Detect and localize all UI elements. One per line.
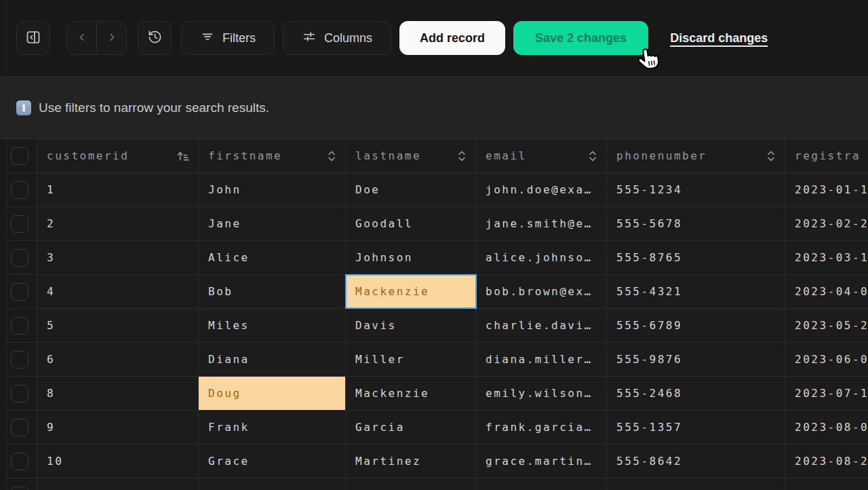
cell-email[interactable]: john.doe@exa… — [476, 173, 607, 206]
add-record-button[interactable]: Add record — [399, 21, 505, 55]
row-checkbox[interactable] — [11, 385, 28, 402]
cell-lastname[interactable]: Doe — [346, 173, 476, 206]
cell-firstname[interactable]: Jane — [199, 207, 346, 240]
cell-phonenumber[interactable]: 555-2468 — [607, 377, 785, 410]
cell-registrationdate[interactable]: 2023-03-1 — [785, 241, 868, 274]
cell-lastname[interactable]: Mackenzie — [346, 377, 476, 410]
cell-firstname[interactable]: Bob — [199, 275, 346, 308]
cell-lastname[interactable] — [346, 478, 476, 490]
cell-phonenumber[interactable]: 555-5678 — [607, 207, 785, 240]
discard-changes-link[interactable]: Discard changes — [670, 31, 768, 45]
cell-customerid[interactable]: 5 — [37, 309, 199, 342]
cell-registrationdate[interactable] — [785, 478, 868, 490]
checkbox-cell — [7, 207, 37, 240]
cell-phonenumber[interactable]: 555-8765 — [607, 241, 785, 274]
row-checkbox[interactable] — [11, 283, 28, 301]
cell-phonenumber[interactable] — [607, 478, 785, 490]
header-cell-phonenumber[interactable]: phonenumber — [607, 139, 785, 172]
cell-firstname[interactable] — [199, 478, 346, 490]
cell-registrationdate[interactable]: 2023-05-2 — [785, 309, 868, 342]
table-row: 5MilesDavischarlie.davi…555-67892023-05-… — [7, 309, 868, 343]
row-checkbox[interactable] — [11, 453, 28, 470]
cell-customerid[interactable]: 9 — [37, 411, 199, 444]
cell-customerid[interactable]: 8 — [37, 377, 199, 410]
row-checkbox[interactable] — [11, 181, 28, 199]
cell-firstname[interactable]: Diana — [199, 343, 346, 376]
cell-phonenumber[interactable]: 555-9876 — [607, 343, 785, 376]
cell-email[interactable]: frank.garcia… — [476, 411, 607, 444]
header-cell-firstname[interactable]: firstname — [199, 139, 346, 172]
row-checkbox[interactable] — [11, 215, 28, 233]
sidebar-toggle-button[interactable] — [16, 21, 50, 55]
cell-lastname[interactable]: Garcia — [346, 411, 476, 444]
cell-registrationdate[interactable]: 2023-07-1 — [785, 377, 868, 410]
cell-lastname[interactable]: Martinez — [346, 445, 476, 478]
history-button[interactable] — [138, 21, 172, 55]
header-cell-customerid[interactable]: customerid — [37, 139, 199, 172]
cell-email[interactable]: diana.miller… — [476, 343, 607, 376]
sort-chevrons-icon[interactable] — [326, 149, 337, 163]
cell-customerid[interactable]: 2 — [37, 207, 199, 240]
cell-firstname[interactable]: Grace — [199, 445, 346, 478]
cell-firstname[interactable]: John — [199, 173, 346, 206]
header-cell-registrationdate[interactable]: registrat — [785, 139, 868, 172]
header-cell-lastname[interactable]: lastname — [346, 139, 476, 172]
nav-back-button[interactable] — [67, 22, 96, 54]
select-all-checkbox[interactable] — [11, 147, 28, 165]
cell-lastname[interactable]: Johnson — [346, 241, 476, 274]
cell-customerid[interactable] — [37, 478, 199, 490]
cell-firstname[interactable]: Alice — [199, 241, 346, 274]
table-header-row: customeridfirstnamelastnameemailphonenum… — [7, 139, 868, 173]
add-record-button-label: Add record — [420, 31, 485, 45]
cell-phonenumber[interactable]: 555-8642 — [607, 445, 785, 478]
cell-email[interactable]: emily.wilson… — [476, 377, 607, 410]
cell-registrationdate[interactable]: 2023-08-0 — [785, 411, 868, 444]
cell-email[interactable]: bob.brown@ex… — [476, 275, 607, 308]
sort-chevrons-icon[interactable] — [766, 149, 776, 163]
cell-phonenumber[interactable]: 555-4321 — [607, 275, 785, 308]
nav-forward-button[interactable] — [97, 22, 126, 54]
cell-email[interactable]: grace.martin… — [476, 445, 607, 478]
cell-registrationdate[interactable]: 2023-01-1 — [785, 173, 868, 206]
cell-email[interactable]: charlie.davi… — [476, 309, 607, 342]
cell-email[interactable]: alice.johnso… — [476, 241, 607, 274]
cell-registrationdate[interactable]: 2023-08-2 — [785, 445, 868, 478]
cell-registrationdate[interactable]: 2023-02-2 — [785, 207, 868, 240]
toolbar: Filters Columns Add record Save 2 change… — [0, 0, 868, 77]
row-checkbox[interactable] — [11, 487, 28, 490]
cell-phonenumber[interactable]: 555-1357 — [607, 411, 785, 444]
partial-row — [7, 478, 868, 490]
cell-customerid[interactable]: 3 — [37, 241, 199, 274]
cell-phonenumber[interactable]: 555-6789 — [607, 309, 785, 342]
cell-registrationdate[interactable]: 2023-04-0 — [785, 275, 868, 308]
cell-email[interactable]: jane.smith@e… — [476, 207, 607, 240]
row-checkbox[interactable] — [11, 351, 28, 369]
save-changes-button[interactable]: Save 2 changes — [513, 21, 648, 55]
cell-customerid[interactable]: 6 — [37, 343, 199, 376]
cell-customerid[interactable]: 4 — [37, 275, 199, 308]
columns-button[interactable]: Columns — [283, 21, 391, 55]
cell-lastname[interactable]: Davis — [346, 309, 476, 342]
cell-registrationdate[interactable]: 2023-06-0 — [785, 343, 868, 376]
cell-firstname[interactable]: Frank — [199, 411, 346, 444]
cell-phonenumber[interactable]: 555-1234 — [607, 173, 785, 206]
cell-firstname[interactable]: Doug — [199, 377, 346, 410]
cell-lastname[interactable]: Goodall — [346, 207, 476, 240]
cell-email[interactable] — [476, 478, 607, 490]
cell-lastname[interactable]: Mackenzie — [346, 275, 476, 308]
cell-value: frank.garcia… — [486, 421, 593, 434]
row-checkbox[interactable] — [11, 249, 28, 267]
cell-firstname[interactable]: Miles — [199, 309, 346, 342]
sort-chevrons-icon[interactable] — [587, 149, 598, 163]
filters-button[interactable]: Filters — [181, 21, 275, 55]
cell-customerid[interactable]: 1 — [37, 173, 199, 206]
cell-value: 2023-01-1 — [795, 183, 868, 196]
cell-value: 555-8642 — [616, 455, 682, 468]
row-checkbox[interactable] — [11, 419, 28, 436]
row-checkbox[interactable] — [11, 317, 28, 335]
header-cell-email[interactable]: email — [476, 139, 607, 172]
sort-ascending-icon[interactable] — [176, 149, 190, 163]
sort-chevrons-icon[interactable] — [456, 149, 467, 163]
cell-lastname[interactable]: Miller — [346, 343, 476, 376]
cell-customerid[interactable]: 10 — [37, 445, 199, 478]
